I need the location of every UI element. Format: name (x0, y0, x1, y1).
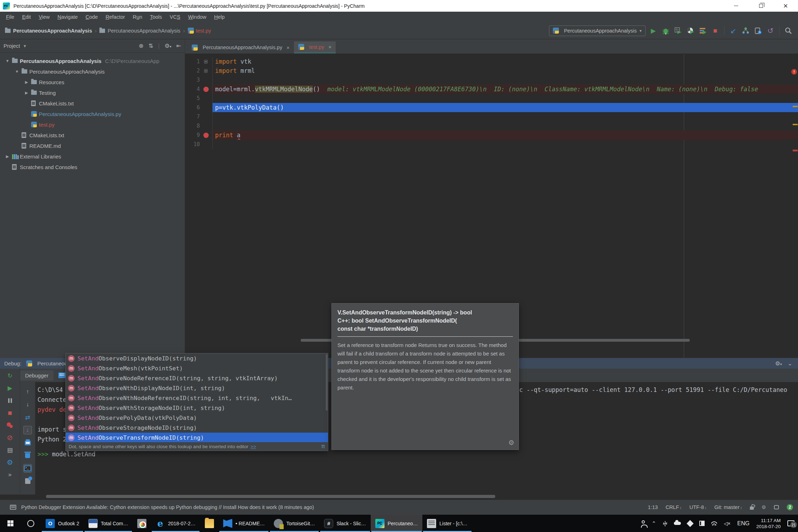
code-line-4[interactable]: 4model=mrml.vtkMRMLModelNode() model: vt… (185, 85, 798, 94)
concurrency-diagram-button[interactable] (698, 26, 707, 35)
mute-breakpoints-button[interactable]: ⊘ (6, 433, 14, 442)
tree-item-percutaneousapproachanalysis-py[interactable]: PercutaneousApproachAnalysis.py (0, 109, 185, 119)
stop-button[interactable]: ■ (6, 409, 14, 417)
popup-scrollbar[interactable] (326, 354, 328, 411)
hint-more-link[interactable]: >> (250, 444, 256, 449)
taskbar-app-chromefolder[interactable] (133, 515, 151, 532)
readonly-lock-icon[interactable] (750, 507, 754, 510)
menu-item-edit[interactable]: Edit (18, 14, 35, 20)
close-icon[interactable]: × (328, 44, 331, 50)
gear-question-icon[interactable]: ⚙ (762, 504, 766, 510)
commit-button[interactable] (741, 26, 750, 35)
tree-item-percutaneousapproachanalysis[interactable]: ▼PercutaneousApproachAnalysisC:\D\Percut… (0, 56, 185, 66)
code-line-5[interactable]: 5 (185, 94, 798, 103)
settings-gear-button[interactable]: ⚙ (6, 458, 14, 467)
gear-icon[interactable]: ⚙▾ (164, 42, 171, 49)
hide-panel-icon[interactable]: ⇤ (177, 42, 181, 49)
step-into-down-button[interactable]: ↓ (23, 400, 32, 409)
clock[interactable]: 11:17 AM 2018-07-20 (756, 517, 781, 530)
tree-item-resources[interactable]: ▶Resources (0, 77, 185, 87)
menu-item-vcs[interactable]: VCS (166, 14, 184, 20)
completion-item-SetAndObserveMesh[interactable]: mSetAndObserveMesh(vtkPointSet) (66, 363, 328, 373)
console-tab-icon[interactable] (58, 372, 65, 378)
more-actions-button[interactable]: » (6, 470, 14, 479)
menu-item-window[interactable]: Window (184, 14, 210, 20)
display-icon[interactable] (699, 521, 705, 526)
search-everywhere-button[interactable] (784, 26, 793, 35)
ide-features-icon[interactable] (774, 505, 779, 509)
completion-item-SetAndObserveNthNodeReferenceID[interactable]: mSetAndObserveNthNodeReferenceID(string,… (66, 393, 328, 403)
restore-button[interactable] (748, 0, 773, 12)
tab-debugger[interactable]: Debugger (20, 370, 53, 381)
menu-item-file[interactable]: File (2, 14, 18, 20)
taskbar-app-folder[interactable] (200, 515, 219, 532)
menu-item-view[interactable]: View (35, 14, 53, 20)
print-button[interactable] (23, 439, 32, 447)
menu-item-refactor[interactable]: Refactor (102, 14, 129, 20)
tree-toggle-icon[interactable]: ▶ (22, 91, 31, 95)
tree-item-readme-md[interactable]: README.md (0, 140, 185, 151)
tree-item-test-py[interactable]: test.py (0, 119, 185, 130)
clear-console-button[interactable] (23, 451, 32, 460)
code-line-6[interactable]: 6p=vtk.vtkPolyData() (185, 103, 798, 112)
tree-item-external-libraries[interactable]: ▶External Libraries (0, 151, 185, 162)
code-line-9[interactable]: 9print a (185, 131, 798, 140)
taskbar-app-vscode[interactable]: • README… (219, 515, 270, 532)
menu-item-tools[interactable]: Tools (146, 14, 166, 20)
rerun-button[interactable]: ↻ (6, 371, 14, 380)
start-button[interactable] (0, 515, 21, 532)
close-button[interactable]: × (773, 0, 798, 12)
editor-tab-test.py[interactable]: test.py× (294, 41, 336, 53)
code-line-10[interactable]: 10 (185, 140, 798, 149)
taskbar-app-tortoise[interactable]: TortoiseGit… (269, 515, 319, 532)
stop-button[interactable]: ■ (711, 26, 720, 35)
history-button[interactable] (753, 26, 763, 35)
taskbar-app-slack[interactable]: Slack - Slic… (319, 515, 370, 532)
update-project-button[interactable]: ↙ (729, 26, 738, 35)
taskbar-app-edge[interactable]: 2018-07-2… (151, 515, 200, 532)
taskbar-app-totalcmd[interactable]: Total Com… (84, 515, 133, 532)
status-message[interactable]: Python Debugger Extension Available: Cyt… (21, 504, 314, 510)
console-history-button[interactable] (23, 477, 32, 485)
undo-button[interactable]: ↺ (766, 26, 775, 35)
wifi-icon[interactable] (711, 521, 717, 526)
code-line-7[interactable]: 7 (185, 112, 798, 121)
tree-item-scratches-and-consoles[interactable]: Scratches and Consoles (0, 162, 185, 172)
resume-button[interactable]: ▶ (6, 384, 14, 392)
event-log-badge[interactable]: 2 (787, 504, 793, 510)
collapse-all-icon[interactable]: ⇅ (149, 42, 153, 49)
code-line-1[interactable]: 1import vtk (185, 57, 798, 66)
debug-button[interactable] (661, 26, 670, 35)
cortana-button[interactable] (21, 515, 41, 532)
tree-toggle-icon[interactable]: ▼ (12, 69, 22, 74)
caret-position[interactable]: 1:13 (648, 504, 658, 510)
taskbar-app-lister[interactable]: Lister - [c:\… (422, 515, 472, 532)
gear-icon[interactable]: ⚙ (508, 439, 514, 447)
gear-icon[interactable]: ⚙▾ (775, 360, 782, 367)
tree-item-testing[interactable]: ▶Testing (0, 87, 185, 98)
error-stripe[interactable] (792, 54, 798, 358)
close-icon[interactable]: × (287, 45, 290, 51)
tree-item-cmakelists-txt[interactable]: CMakeLists.txt (0, 130, 185, 140)
tree-item-cmakelists-txt[interactable]: CMakeLists.txt (0, 98, 185, 109)
step-over-up-button[interactable]: ↑ (23, 388, 32, 396)
volume-muted-icon[interactable]: ◁× (724, 521, 730, 526)
code-line-8[interactable]: 8 (185, 121, 798, 131)
completion-item-SetAndObserveNodeReferenceID[interactable]: mSetAndObserveNodeReferenceID(string, st… (66, 373, 328, 383)
breadcrumb-item[interactable]: PercutaneousApproachAnalysis (5, 28, 92, 34)
notification-center-icon[interactable]: 21 (787, 520, 794, 526)
console-horizontal-scrollbar[interactable] (46, 495, 495, 498)
tree-toggle-icon[interactable]: ▶ (22, 80, 31, 85)
scroll-to-end-button[interactable]: ↓ (23, 426, 32, 434)
completion-item-SetAndObserveNthStorageNodeID[interactable]: mSetAndObserveNthStorageNodeID(int, stri… (66, 403, 328, 413)
taskbar-app-pycharm[interactable]: Percutaneo… (371, 515, 423, 532)
language-indicator[interactable]: ENG (737, 520, 750, 527)
view-breakpoints-button[interactable] (6, 421, 14, 429)
completion-item-SetAndObserveTransformNodeID[interactable]: mSetAndObserveTransformNodeID(string) (66, 433, 328, 443)
project-panel-header[interactable]: Project ▼ ⊕ ⇅ | ⚙▾ ⇤ (0, 39, 185, 53)
variables-view-button[interactable]: ⇄ (23, 413, 32, 422)
show-console-button[interactable] (23, 464, 32, 473)
chevron-up-icon[interactable]: ⌃ (652, 520, 656, 527)
stripe-mark-error[interactable] (793, 150, 798, 151)
breakpoint-icon[interactable] (200, 131, 212, 140)
